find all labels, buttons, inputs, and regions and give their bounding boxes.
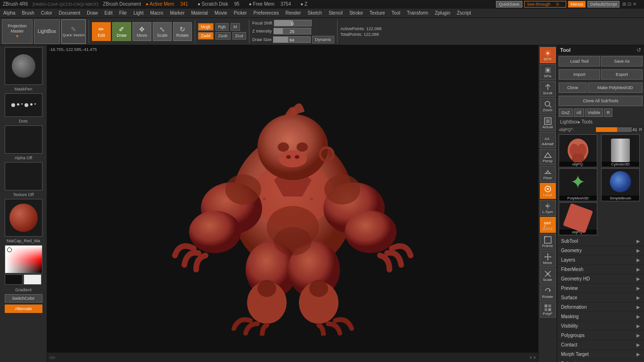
tool-thumb-cylinder[interactable]: Cylinder3D — [601, 134, 640, 167]
menus-button[interactable]: Menus — [568, 1, 586, 8]
rgb-button[interactable]: Rgb — [215, 23, 229, 31]
menu-texture[interactable]: Texture — [368, 9, 387, 16]
tool-thumb-simplebrush[interactable]: SimpleBrush — [601, 168, 640, 201]
all-button[interactable]: All — [574, 108, 584, 117]
lsym-button[interactable]: L.Sym — [540, 200, 556, 216]
switch-color-button[interactable]: SwitchColor — [5, 294, 42, 303]
alternate-button[interactable]: Alternate — [5, 304, 42, 313]
menu-marker[interactable]: Marker — [168, 9, 186, 16]
zoom-button[interactable]: Zoom — [540, 98, 556, 114]
prop-visibility[interactable]: Visibility ▶ — [557, 321, 644, 331]
make-polymesh-button[interactable]: Make PolyMesh3D — [587, 82, 643, 93]
prop-layers[interactable]: Layers ▶ — [557, 255, 644, 265]
rotate-button[interactable]: ↻ Rotate — [173, 22, 192, 41]
persp-button[interactable]: Persp — [540, 149, 556, 165]
swatch-black[interactable] — [5, 274, 23, 285]
zcut-button[interactable]: Zcut — [232, 32, 247, 40]
menu-transform[interactable]: Transform — [405, 9, 429, 16]
menu-document[interactable]: Document — [58, 9, 82, 16]
menu-brush[interactable]: Brush — [21, 9, 36, 16]
mrgb-button[interactable]: Mrgb — [198, 23, 214, 31]
prop-geometry[interactable]: Geometry ▶ — [557, 246, 644, 255]
default-script-button[interactable]: Default2Script — [587, 1, 620, 8]
save-as-button[interactable]: Save As — [601, 56, 643, 66]
prop-deformation[interactable]: Deformation ▶ — [557, 303, 644, 312]
panel-refresh[interactable]: ↺ — [636, 47, 641, 53]
goz-button[interactable]: GoZ — [559, 108, 573, 117]
edit-button[interactable]: ✏ Edit — [92, 22, 111, 41]
zsub-button[interactable]: Zsub — [215, 32, 231, 40]
scale-tool-button[interactable]: Scale — [540, 268, 556, 284]
menu-file[interactable]: File — [118, 9, 128, 16]
menu-light[interactable]: Light — [132, 9, 145, 16]
menu-macro[interactable]: Macro — [149, 9, 165, 16]
obj-slider[interactable] — [596, 127, 632, 132]
tool-thumb-polymesh[interactable]: ✦ PolyMesh3D — [559, 168, 597, 201]
polyf-button[interactable]: PolyF — [540, 302, 556, 318]
visible-button[interactable]: Visible — [585, 108, 603, 117]
menu-tool[interactable]: Tool — [390, 9, 402, 16]
menu-color[interactable]: Color — [40, 9, 54, 16]
lightbox-button[interactable]: LightBox — [34, 19, 60, 44]
clone-button[interactable]: Clone — [559, 82, 586, 93]
menu-stencil[interactable]: Stencil — [327, 9, 344, 16]
menu-movie[interactable]: Movie — [213, 9, 229, 16]
menu-zscript[interactable]: Zscript — [455, 9, 472, 16]
move-button[interactable]: ✥ Move — [132, 22, 151, 41]
color-gradient[interactable] — [5, 245, 42, 273]
menu-sketch[interactable]: Sketch — [306, 9, 323, 16]
spix-button[interactable]: SPix — [540, 64, 556, 80]
swatch-white[interactable] — [24, 274, 41, 285]
prop-masking[interactable]: Masking ▶ — [557, 312, 644, 321]
menu-zplugin[interactable]: Zplugin — [433, 9, 452, 16]
import-button[interactable]: Import — [559, 69, 600, 80]
matcap-preview[interactable] — [5, 199, 42, 237]
menu-preferences[interactable]: Preferences — [252, 9, 281, 16]
draw-button[interactable]: ✐ Draw — [112, 22, 131, 41]
r-button[interactable]: R — [604, 108, 613, 117]
focal-shift-slider[interactable]: 0 — [274, 20, 312, 26]
menu-stroke[interactable]: Stroke — [348, 9, 364, 16]
tool-thumb-objpqcaret[interactable]: objPQ^ — [559, 202, 597, 235]
projection-master-button[interactable]: Projection Master ▼ — [2, 19, 33, 44]
menu-render[interactable]: Render — [284, 9, 302, 16]
stroke-preview[interactable] — [5, 93, 42, 117]
export-button[interactable]: Export — [601, 69, 643, 80]
prop-polypaint[interactable]: Polypaint ▶ — [557, 359, 644, 362]
prop-polygroups[interactable]: Polygroups ▶ — [557, 331, 644, 340]
floor-button[interactable]: Floor — [540, 166, 556, 182]
tool-thumb-objpq[interactable]: objPQ. — [559, 134, 597, 167]
scroll-button[interactable]: Scroll — [540, 81, 556, 97]
aahalf-button[interactable]: AA AAHalf — [540, 132, 556, 148]
zadd-button[interactable]: Zadd — [198, 32, 214, 40]
prop-fibermesh[interactable]: FiberMesh ▶ — [557, 265, 644, 274]
alpha-preview[interactable] — [5, 125, 42, 154]
menu-material[interactable]: Material — [190, 9, 210, 16]
actual-button[interactable]: Actual — [540, 115, 556, 131]
menu-picker[interactable]: Picker — [232, 9, 248, 16]
prop-surface[interactable]: Surface ▶ — [557, 293, 644, 303]
see-through-button[interactable]: See-through 0 — [524, 1, 566, 8]
menu-draw[interactable]: Draw — [85, 9, 99, 16]
texture-preview[interactable] — [5, 162, 42, 190]
menu-alpha[interactable]: Alpha — [2, 9, 17, 16]
m-button[interactable]: M — [231, 23, 240, 31]
draw-size-slider[interactable]: 64 — [273, 36, 311, 43]
prop-subtool[interactable]: SubTool ▶ — [557, 237, 644, 246]
frame-button[interactable]: Frame — [540, 234, 556, 250]
prop-contact[interactable]: Contact ▶ — [557, 340, 644, 350]
clone-all-button[interactable]: Clone All SubTools — [559, 96, 643, 106]
prop-geometry-hd[interactable]: Geometry HD ▶ — [557, 274, 644, 284]
load-tool-button[interactable]: Load Tool — [559, 56, 600, 66]
menu-edit[interactable]: Edit — [103, 9, 114, 16]
z-intensity-slider[interactable]: 25 — [273, 28, 311, 34]
canvas-area[interactable]: -16.755,-122.585,-41.475 ◁ ▷ ∧ ∨ — [47, 45, 538, 362]
brush-preview[interactable] — [5, 47, 42, 85]
gxyz-button[interactable]: GXY Z GXYZ — [540, 217, 556, 233]
scale-button[interactable]: ⤡ Scale — [153, 22, 172, 41]
quick-sketch-button[interactable]: ✎ Quick Sketch — [61, 19, 86, 44]
dynamic-button[interactable]: Dynamic — [312, 36, 334, 43]
local-button[interactable]: Local — [540, 183, 556, 199]
rotate-tool-button[interactable]: Rotate — [540, 285, 556, 301]
move-tool-button[interactable]: Move — [540, 251, 556, 267]
